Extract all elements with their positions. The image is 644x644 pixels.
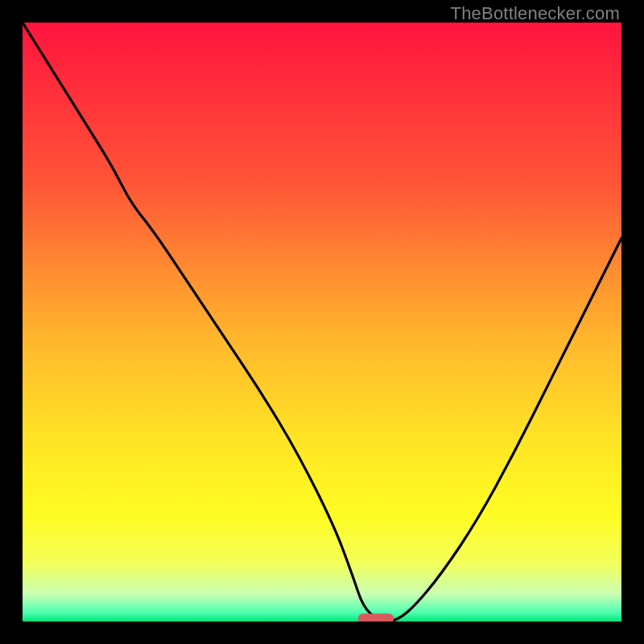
- watermark-text: TheBottleneсker.com: [451, 3, 620, 24]
- chart-frame: TheBottleneсker.com: [0, 0, 644, 644]
- plot-area: [23, 23, 621, 621]
- optimal-marker: [358, 613, 394, 621]
- gradient-background: [23, 23, 621, 621]
- bottleneck-chart: [23, 23, 621, 621]
